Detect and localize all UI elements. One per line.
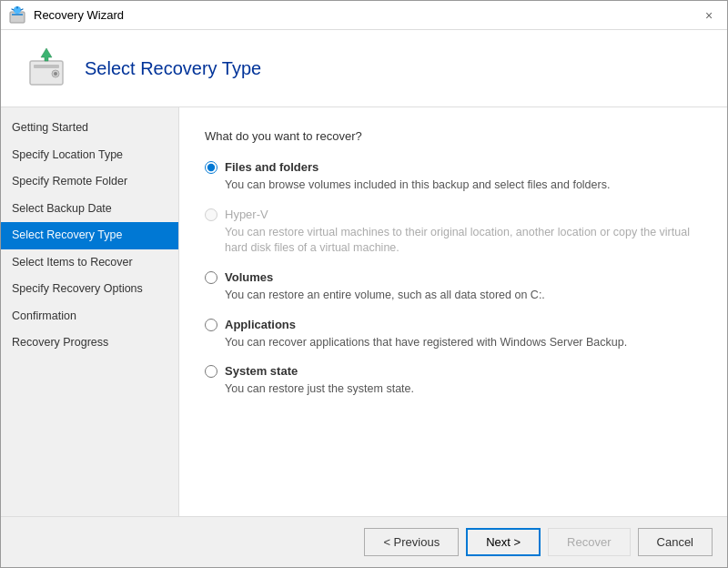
sidebar-item-getting-started[interactable]: Getting Started xyxy=(1,115,178,142)
footer: < Previous Next > Recover Cancel xyxy=(1,516,727,567)
option-row-hyper-v: Hyper-V xyxy=(205,207,702,223)
option-row-files-folders: Files and folders xyxy=(205,159,702,176)
option-group: Files and foldersYou can browse volumes … xyxy=(205,159,702,398)
title-bar: Recovery Wizard × xyxy=(1,1,727,30)
radio-hyper-v[interactable] xyxy=(205,208,217,221)
main-content: What do you want to recover? Files and f… xyxy=(179,107,727,516)
option-desc-files-folders: You can browse volumes included in this … xyxy=(225,178,702,194)
option-label-applications: Applications xyxy=(225,317,296,333)
close-button[interactable]: × xyxy=(698,5,720,26)
option-desc-volumes: You can restore an entire volume, such a… xyxy=(225,288,702,304)
sidebar: Getting StartedSpecify Location TypeSpec… xyxy=(1,107,179,516)
option-label-hyper-v: Hyper-V xyxy=(225,207,268,223)
svg-rect-1 xyxy=(12,14,23,15)
sidebar-item-specify-remote-folder[interactable]: Specify Remote Folder xyxy=(1,168,178,196)
sidebar-item-recovery-progress[interactable]: Recovery Progress xyxy=(1,330,178,357)
recovery-wizard-window: Recovery Wizard × Select Recovery Type G… xyxy=(0,0,728,568)
option-item-volumes: VolumesYou can restore an entire volume,… xyxy=(205,269,702,304)
svg-point-6 xyxy=(54,72,57,76)
radio-system-state[interactable] xyxy=(205,365,217,378)
next-button[interactable]: Next > xyxy=(466,528,541,556)
option-desc-system-state: You can restore just the system state. xyxy=(225,381,702,398)
option-item-files-folders: Files and foldersYou can browse volumes … xyxy=(205,159,702,194)
sidebar-item-specify-recovery-options[interactable]: Specify Recovery Options xyxy=(1,276,178,303)
sidebar-item-select-backup-date[interactable]: Select Backup Date xyxy=(1,196,178,223)
radio-applications[interactable] xyxy=(205,319,217,331)
title-bar-text: Recovery Wizard xyxy=(34,8,698,22)
content-area: Getting StartedSpecify Location TypeSpec… xyxy=(1,107,727,516)
option-label-volumes: Volumes xyxy=(225,269,273,286)
sidebar-item-confirmation[interactable]: Confirmation xyxy=(1,303,178,330)
option-desc-applications: You can recover applications that have r… xyxy=(225,335,702,351)
sidebar-item-select-recovery-type[interactable]: Select Recovery Type xyxy=(1,222,178,249)
option-item-applications: ApplicationsYou can recover applications… xyxy=(205,317,702,351)
sidebar-item-select-items[interactable]: Select Items to Recover xyxy=(1,249,178,277)
wizard-icon xyxy=(8,6,26,25)
option-label-system-state: System state xyxy=(225,363,298,380)
sidebar-item-specify-location-type[interactable]: Specify Location Type xyxy=(1,142,178,169)
page-title: Select Recovery Type xyxy=(85,58,261,79)
option-row-volumes: Volumes xyxy=(205,269,702,286)
radio-files-folders[interactable] xyxy=(205,161,217,174)
radio-volumes[interactable] xyxy=(205,271,217,284)
svg-marker-7 xyxy=(41,48,52,61)
option-item-hyper-v: Hyper-VYou can restore virtual machines … xyxy=(205,207,702,257)
header-area: Select Recovery Type xyxy=(1,30,727,107)
question-label: What do you want to recover? xyxy=(205,129,702,143)
option-item-system-state: System stateYou can restore just the sys… xyxy=(205,363,702,398)
option-desc-hyper-v: You can restore virtual machines to thei… xyxy=(225,225,702,257)
cancel-button[interactable]: Cancel xyxy=(638,528,713,556)
option-row-system-state: System state xyxy=(205,363,702,380)
header-icon xyxy=(23,45,70,92)
option-label-files-folders: Files and folders xyxy=(225,159,318,176)
recover-button[interactable]: Recover xyxy=(548,528,630,556)
option-row-applications: Applications xyxy=(205,317,702,333)
svg-rect-4 xyxy=(34,65,59,68)
previous-button[interactable]: < Previous xyxy=(364,528,459,556)
